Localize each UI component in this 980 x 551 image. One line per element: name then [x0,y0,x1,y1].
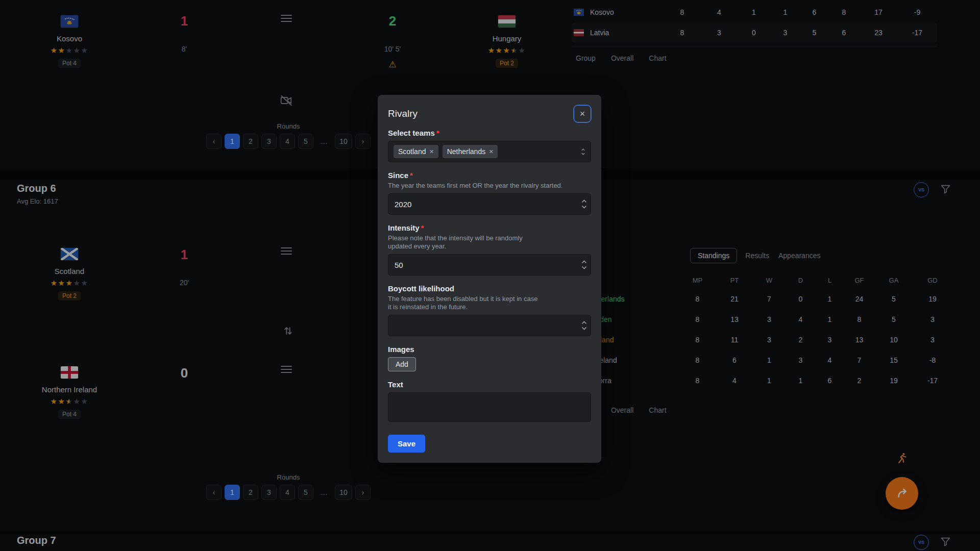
save-button[interactable]: Save [388,435,425,453]
required-mark: * [410,171,413,180]
intensity-input[interactable] [388,254,591,276]
add-image-button[interactable]: Add [388,357,416,371]
app-screen: Kosovo ★★★★★ Pot 4 1 8' 2 10' 5' ⚠ Hunga… [0,0,980,551]
field-help: The feature has been disabled but it is … [388,295,541,311]
chevron-up-icon[interactable] [581,321,587,324]
field-label: Images [388,345,591,354]
required-mark: * [421,223,424,232]
since-input[interactable] [388,193,591,215]
modal-title: Rivalry [388,108,418,119]
field-label: Text [388,380,591,389]
field-help: Please note that the intensity will be r… [388,234,541,251]
intensity-field: Intensity* Please note that the intensit… [388,223,591,276]
chevron-up-icon[interactable] [581,199,587,203]
field-help: The year the teams first met OR the year… [388,182,591,190]
chevron-down-icon[interactable] [581,266,587,269]
teams-multiselect-input[interactable]: Scotland× Netherlands× [388,141,591,162]
boycott-field: Boycott likelihood The feature has been … [388,284,591,336]
close-button[interactable]: × [574,105,591,122]
images-field: Images Add [388,345,591,371]
chevron-down-icon[interactable] [581,327,587,330]
remove-tag-icon[interactable]: × [489,148,493,155]
close-icon: × [580,109,585,118]
field-label: Intensity* [388,223,591,232]
rivalry-modal: Rivalry × Select teams* Scotland× Nether… [378,95,601,463]
select-teams-field: Select teams* Scotland× Netherlands× [388,129,591,162]
field-label: Since* [388,171,591,180]
select-stepper-icon[interactable] [581,148,585,155]
since-field: Since* The year the teams first met OR t… [388,171,591,215]
text-field: Text [388,380,591,424]
text-input[interactable] [388,392,591,422]
boycott-input[interactable] [388,315,591,336]
chevron-up-icon[interactable] [581,260,587,264]
field-label: Boycott likelihood [388,284,591,293]
team-tag: Netherlands× [443,145,498,158]
remove-tag-icon[interactable]: × [429,148,433,155]
field-label: Select teams* [388,129,591,137]
chevron-down-icon[interactable] [581,205,587,209]
team-tag: Scotland× [394,145,438,158]
required-mark: * [436,129,439,137]
